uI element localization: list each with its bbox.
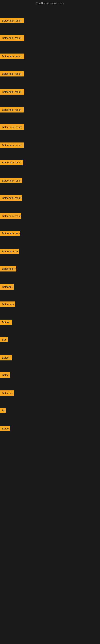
bottleneck-result-item: Bottleneck re — [0, 266, 16, 272]
bottleneck-result-item: Bottleneck result — [0, 35, 24, 41]
bottleneck-result-item: Bottleneck result — [0, 89, 24, 94]
bottleneck-result-item: Bottleneck result — [0, 71, 24, 76]
bottleneck-result-item: Bottleneck result — [0, 142, 24, 148]
bottleneck-result-item: Bottleneck result — [0, 18, 24, 23]
bottleneck-result-item: Bottleneck result — [0, 231, 20, 236]
bottleneck-result-item: Bottleneck result — [0, 107, 24, 112]
bottleneck-result-item: Bottleneck result — [0, 124, 24, 130]
bottleneck-result-item: Bottlen — [0, 355, 12, 360]
bottleneck-result-item: Bottleneck result — [0, 160, 23, 165]
bottleneck-result-item: Bottleneck result — [0, 195, 22, 201]
bottleneck-result-item: Bo — [0, 408, 6, 413]
site-title: TheBottlenecker.com — [0, 0, 100, 6]
bottleneck-result-item: Bottleneck r — [0, 302, 15, 307]
bottleneck-result-item: Bottleneck result — [0, 178, 22, 183]
bottleneck-result-item: Bottle — [0, 426, 10, 431]
bottleneck-result-item: Bottlenec — [0, 390, 14, 396]
bottleneck-result-item: Bottleneck result — [0, 249, 19, 254]
bottleneck-result-item: Bottleneck result — [0, 213, 21, 219]
bottleneck-result-item: Bottleneck result — [0, 54, 24, 59]
bottleneck-result-item: Bottlen — [0, 320, 12, 325]
bottleneck-result-item: Bot — [0, 337, 8, 342]
bottleneck-result-item: Bottlene — [0, 284, 14, 290]
bottleneck-result-item: Bottle — [0, 372, 10, 378]
